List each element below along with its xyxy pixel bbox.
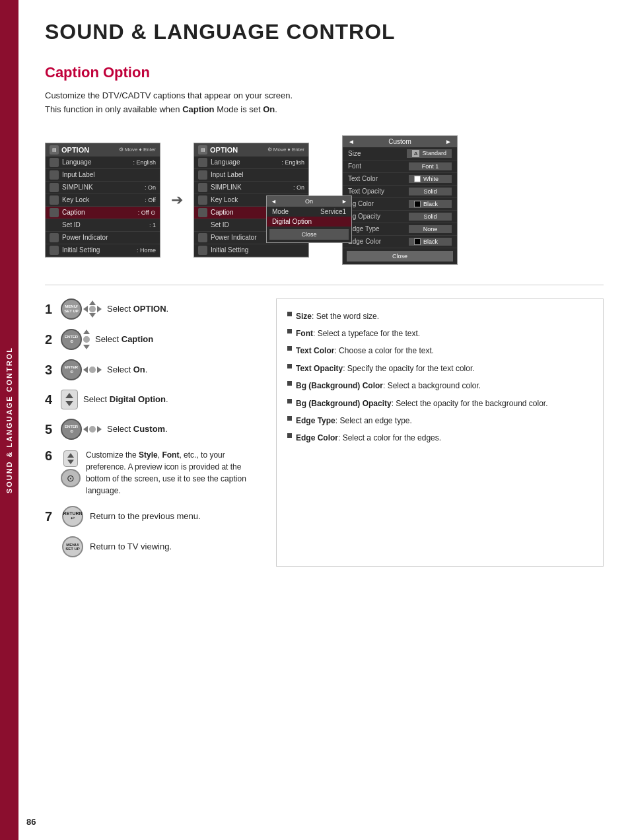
enter-icon-2: ENTER⊙ [61,329,82,350]
menu-setup-icon-7: MENU/SET UP [62,536,83,557]
menu2-row-initial: Initial Setting [194,244,308,257]
menu2-row-language: Language : English [194,157,308,169]
step1-icons: MENU/SET UP [61,298,102,320]
menu1-row-language: Language : English [46,157,160,169]
caption-close-btn: Close [269,229,349,240]
step-6: 6 ⊙ Customize the Style, Font, etc., to … [45,449,256,497]
step-2: 2 ENTER⊙ Select Caption [45,329,256,350]
step7-return: 7 RETURN↩ Return to the previous menu. [45,506,256,527]
custom-panel: ◄ Custom ► Size A Standard Font Font 1 T… [342,135,458,265]
custom-row-size: Size A Standard [343,147,457,160]
bullet-bgopacity: Bg (Background) Opacity: Select the opac… [287,397,592,410]
step7-menu: MENU/SET UP Return to TV viewing. [45,536,256,557]
bg-color-swatch [414,201,421,207]
section-title: Caption Option [45,64,604,81]
step7-menu-text: Return to TV viewing. [90,541,172,553]
caption-digital-row: Digital Option [267,217,351,227]
caption-submenu: ◄ On ► Mode Service1 Digital Option Clos… [266,195,352,243]
step6-icons: ⊙ [61,450,81,487]
bullet-bgcolor: Bg (Background) Color: Select a backgrou… [287,379,592,392]
page-title: SOUND & LANGUAGE CONTROL [45,20,604,44]
step-1: 1 MENU/SET UP Select OP [45,298,256,320]
menu1-row-setid: Set ID : 1 [46,219,160,232]
menu1-row-power: Power Indicator [46,232,160,244]
edge-color-swatch [414,238,421,245]
step3-icons: ENTER⊙ [61,359,102,380]
intro-line1: Customize the DTV/CADTV captions that ap… [45,89,604,103]
menu1-row-inputlabel: Input Label [46,169,160,182]
return-icon: RETURN↩ [62,506,83,527]
menu-setup-icon: MENU/SET UP [61,298,82,320]
page-number: 86 [26,817,36,827]
caption-sub-header: ◄ On ► [267,196,351,207]
step3-text: Select On. [107,364,147,376]
bullet-size: Size: Set the word size. [287,310,592,323]
bullet-font: Font: Select a typeface for the text. [287,327,592,340]
menu1-header: ▤ OPTION ⚙ Move ♦ Enter [46,143,160,157]
steps-left: 1 MENU/SET UP Select OP [45,298,256,567]
menu2-row-input: Input Label [194,169,308,182]
step-4: 4 Select Digital Option. [45,390,256,409]
step1-text: Select OPTION. [107,303,168,315]
custom-row-textcolor: Text Color White [343,173,457,186]
menu2-icon: ▤ [198,145,207,155]
menu1-icon-initial [50,246,59,255]
step6-text: Customize the Style, Font, etc., to your… [86,449,256,497]
menu1-row-initial: Initial Setting : Home [46,244,160,257]
menu1-icon-setid [50,221,59,230]
menu1-row-keylock: Key Lock : Off [46,194,160,207]
enter-icon-3: ENTER⊙ [61,359,82,380]
steps-area: 1 MENU/SET UP Select OP [45,298,604,567]
menu1-icon-caption [50,208,59,217]
separator [45,285,604,285]
menu1-icon-simplink [50,183,59,192]
bullets-panel: Size: Set the word size. Font: Select a … [276,298,604,567]
sidebar-text: SOUND & LANGUAGE CONTROL [5,347,13,493]
bullet-edgecolor: Edge Color: Select a color for the edges… [287,431,592,444]
step-3: 3 ENTER⊙ Select On. [45,359,256,380]
step5-icons: ENTER⊙ [61,419,102,440]
intro-text: Customize the DTV/CADTV captions that ap… [45,89,604,117]
intro-line2: This function in only available when Cap… [45,103,604,117]
custom-row-textopacity: Text Opacity Solid [343,186,457,198]
custom-row-font: Font Font 1 [343,160,457,173]
text-color-swatch [414,176,421,182]
menu-screenshot-2-area: ▤ OPTION ⚙ Move ♦ Enter Language : Engli… [193,143,309,258]
bullet-edgetype: Edge Type: Select an edge type. [287,414,592,427]
menu1-nav: ⚙ Move ♦ Enter [119,147,156,153]
arrow-1: ➔ [167,192,187,209]
menu1-row-simplink: SIMPLINK : On [46,182,160,194]
custom-close-btn[interactable]: Close [347,251,453,262]
bullet-textopacity: Text Opacity: Specify the opacity for th… [287,362,592,375]
menu1-icon-keylock [50,195,59,205]
menu1-row-caption: Caption : Off ⊙ [46,207,160,219]
step7-return-text: Return to the previous menu. [90,510,201,522]
menu1-icon-input [50,170,59,180]
menu1-icon: ▤ [50,145,59,155]
sidebar: SOUND & LANGUAGE CONTROL [0,0,18,840]
step2-icons: ENTER⊙ [61,329,90,350]
menu1-icon-power [50,233,59,242]
step-7-area: 7 RETURN↩ Return to the previous menu. M… [45,506,256,557]
step4-icons [61,390,78,409]
menu2-row-simplink: SIMPLINK : On [194,182,308,194]
screenshots-area: ▤ OPTION ⚙ Move ♦ Enter Language : Engli… [45,135,604,265]
menu1-title: OPTION [61,146,89,154]
step2-text: Select Caption [95,333,153,345]
custom-row-bgopacity: Bg Opacity Solid [343,211,457,223]
menu-screenshot-1: ▤ OPTION ⚙ Move ♦ Enter Language : Engli… [45,143,160,258]
menu1-icon-lang [50,158,59,167]
step4-text: Select Digital Option. [83,394,168,405]
menu2-title: OPTION [210,146,238,154]
custom-header: ◄ Custom ► [343,136,457,147]
menu2-nav: ⚙ Move ♦ Enter [267,147,304,153]
caption-sub-panel: ◄ On ► Mode Service1 Digital Option Clos… [266,195,352,243]
enter-icon-5: ENTER⊙ [61,419,82,440]
bullet-textcolor: Text Color: Choose a color for the text. [287,344,592,357]
caption-mode-row: Mode Service1 [267,207,351,217]
menu2-header: ▤ OPTION ⚙ Move ♦ Enter [194,143,308,157]
step-5: 5 ENTER⊙ Select Custom. [45,419,256,440]
custom-row-edgecolor: Edge Color Black [343,236,457,248]
custom-row-edgetype: Edge Type None [343,223,457,236]
custom-row-bgcolor: Bg Color Black [343,198,457,211]
